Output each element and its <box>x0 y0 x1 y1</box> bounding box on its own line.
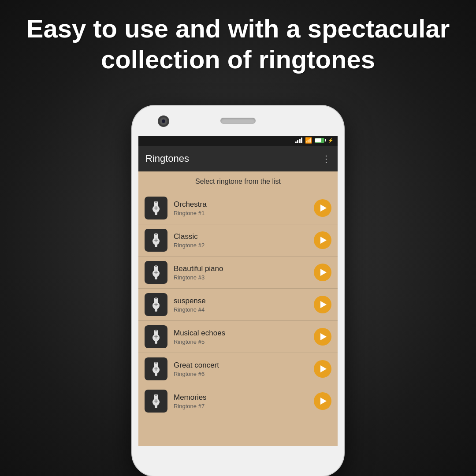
battery-level <box>315 138 321 142</box>
ringtone-info: Memories Ringtone #7 <box>174 393 308 409</box>
list-item: suspense Ringtone #4 <box>138 288 338 320</box>
ringtone-icon-box <box>145 325 167 348</box>
ringtone-name: Beautiful piano <box>174 264 308 273</box>
svg-rect-2 <box>155 201 157 203</box>
ringtone-info: Great concert Ringtone #6 <box>174 361 308 377</box>
page-title: Easy to use and with a spectacular colle… <box>0 13 476 74</box>
play-button[interactable] <box>314 360 331 378</box>
play-icon <box>320 269 327 276</box>
svg-rect-20 <box>155 394 157 396</box>
list-item: Classic Ringtone #2 <box>138 224 338 256</box>
ringtone-name: suspense <box>174 297 308 305</box>
ringtone-name: Great concert <box>174 361 308 370</box>
ringtone-icon-box <box>145 390 167 413</box>
battery-icon <box>315 138 324 143</box>
app-bar: Ringtones ⋮ <box>138 146 338 171</box>
front-camera <box>159 116 168 126</box>
phone-bottom-bar <box>132 446 344 476</box>
ringtone-name: Memories <box>174 393 308 402</box>
play-button[interactable] <box>314 328 331 346</box>
list-item: Orchestra Ringtone #1 <box>138 192 338 224</box>
ringtone-name: Musical echoes <box>174 329 308 338</box>
ringtone-info: suspense Ringtone #4 <box>174 297 308 313</box>
ringtone-number: Ringtone #6 <box>174 371 308 377</box>
ringtone-icon-box <box>145 261 167 284</box>
status-bar: 📶 ⚡ <box>138 134 338 146</box>
app-title: Ringtones <box>145 153 189 164</box>
ringtone-number: Ringtone #7 <box>174 403 308 409</box>
play-button[interactable] <box>314 392 331 410</box>
list-item: Memories Ringtone #7 <box>138 385 338 417</box>
ringtone-info: Musical echoes Ringtone #5 <box>174 329 308 345</box>
ringtone-name: Orchestra <box>174 200 308 209</box>
ringtone-number: Ringtone #5 <box>174 338 308 345</box>
charging-icon: ⚡ <box>328 138 333 143</box>
earpiece-speaker <box>220 118 256 124</box>
signal-bar-3 <box>299 139 301 143</box>
svg-rect-17 <box>155 362 157 364</box>
overflow-menu-button[interactable]: ⋮ <box>322 153 331 164</box>
svg-rect-8 <box>155 265 157 267</box>
svg-rect-11 <box>155 298 157 299</box>
svg-rect-5 <box>155 233 157 235</box>
play-icon <box>320 301 327 308</box>
ringtone-list: Select ringtone from the list Orchestra … <box>138 171 338 447</box>
play-icon <box>320 333 327 340</box>
play-button[interactable] <box>314 296 331 313</box>
ringtone-number: Ringtone #1 <box>174 210 308 216</box>
signal-bar-1 <box>295 141 297 143</box>
play-button[interactable] <box>314 264 331 281</box>
phone-top-bar <box>132 106 344 136</box>
ringtone-icon-box <box>145 293 167 316</box>
signal-icon <box>295 137 303 143</box>
ringtone-items-container: Orchestra Ringtone #1 Classic Ringtone #… <box>138 192 338 417</box>
play-icon <box>320 237 327 244</box>
signal-bar-2 <box>297 140 298 143</box>
phone-screen: 📶 ⚡ Ringtones ⋮ Select ringtone from the… <box>138 134 338 447</box>
ringtone-name: Classic <box>174 232 308 241</box>
list-item: Musical echoes Ringtone #5 <box>138 320 338 353</box>
ringtone-icon-box <box>145 229 167 252</box>
ringtone-info: Classic Ringtone #2 <box>174 232 308 249</box>
list-subtitle: Select ringtone from the list <box>138 171 338 192</box>
ringtone-icon-box <box>145 197 167 219</box>
ringtone-info: Beautiful piano Ringtone #3 <box>174 264 308 281</box>
svg-rect-14 <box>155 330 157 331</box>
signal-bar-4 <box>301 138 302 143</box>
ringtone-number: Ringtone #2 <box>174 242 308 249</box>
ringtone-info: Orchestra Ringtone #1 <box>174 200 308 216</box>
list-item: Great concert Ringtone #6 <box>138 353 338 385</box>
play-button[interactable] <box>314 231 331 249</box>
play-icon <box>320 398 327 405</box>
phone-body: 📶 ⚡ Ringtones ⋮ Select ringtone from the… <box>132 106 344 476</box>
list-item: Beautiful piano Ringtone #3 <box>138 256 338 288</box>
ringtone-icon-box <box>145 357 167 380</box>
phone-mockup: 📶 ⚡ Ringtones ⋮ Select ringtone from the… <box>132 106 344 476</box>
play-icon <box>320 205 327 212</box>
play-button[interactable] <box>314 199 331 217</box>
ringtone-number: Ringtone #3 <box>174 274 308 281</box>
ringtone-number: Ringtone #4 <box>174 306 308 313</box>
wifi-icon: 📶 <box>305 137 312 144</box>
play-icon <box>320 365 327 372</box>
